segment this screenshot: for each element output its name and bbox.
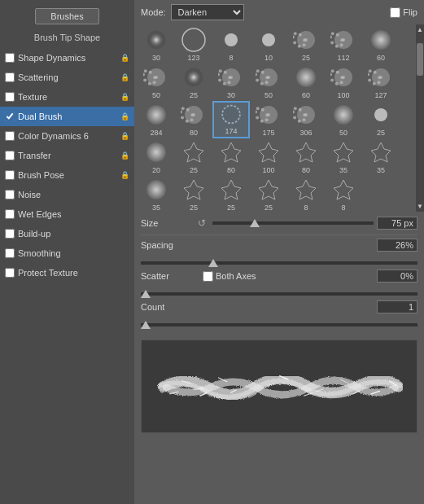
brush-size-8: 25	[190, 91, 198, 99]
scatter-value[interactable]	[377, 270, 417, 283]
svg-point-47	[256, 72, 257, 76]
size-slider[interactable]	[212, 221, 374, 225]
svg-point-96	[294, 107, 297, 110]
flip-checkbox[interactable]	[390, 7, 400, 18]
checkbox-noise[interactable]	[5, 190, 15, 199]
svg-point-69	[378, 76, 381, 79]
lock-icon-brush-pose[interactable]: 🔒	[120, 170, 129, 180]
brushes-button[interactable]: Brushes	[35, 8, 98, 24]
brush-cell-4[interactable]: 25	[287, 26, 325, 64]
brush-cell-5[interactable]: 112	[325, 26, 362, 64]
svg-point-74	[186, 120, 189, 123]
brush-cell-28[interactable]: 35	[138, 176, 175, 212]
lock-icon-scattering[interactable]: 🔒	[120, 72, 129, 82]
brush-cell-9[interactable]: 30	[212, 64, 250, 101]
svg-point-20	[336, 33, 339, 37]
scatter-slider[interactable]	[141, 292, 417, 296]
brush-cell-7[interactable]: 50	[138, 64, 175, 101]
brush-cell-30[interactable]: 25	[212, 176, 250, 212]
checkbox-texture[interactable]	[5, 92, 15, 102]
brush-cell-13[interactable]: 127	[362, 64, 400, 101]
brush-cell-14[interactable]: 284	[138, 101, 175, 138]
brush-cell-22[interactable]: 25	[175, 138, 212, 176]
checkbox-wet-edges[interactable]	[5, 209, 15, 219]
brush-cell-20[interactable]: 25	[362, 101, 400, 138]
scroll-up-icon[interactable]: ▲	[415, 24, 424, 35]
brush-cell-17[interactable]: 175	[250, 101, 287, 138]
brush-cell-10[interactable]: 50	[250, 64, 287, 101]
checkbox-color-dynamics[interactable]	[5, 131, 15, 141]
label-scattering: Scattering	[18, 72, 120, 82]
brush-cell-16[interactable]: 174	[212, 101, 250, 138]
checkbox-transfer[interactable]	[5, 151, 15, 160]
brush-cell-0[interactable]: 30	[138, 26, 175, 64]
checkbox-protect-texture[interactable]	[5, 268, 15, 278]
label-wet-edges: Wet Edges	[18, 209, 129, 219]
brush-cell-19[interactable]: 50	[325, 101, 362, 138]
checkbox-build-up[interactable]	[5, 229, 15, 239]
brush-tip-shape-label: Brush Tip Shape	[0, 31, 134, 44]
sidebar-item-brush-pose[interactable]: Brush Pose🔒	[0, 165, 134, 185]
spacing-label: Spacing	[141, 240, 198, 250]
brush-cell-34[interactable]	[362, 176, 400, 212]
svg-point-16	[335, 45, 339, 48]
brush-cell-1[interactable]: 123	[175, 26, 212, 64]
checkbox-scattering[interactable]	[5, 72, 15, 82]
brush-cell-31[interactable]: 25	[250, 176, 287, 212]
brush-cell-21[interactable]: 20	[138, 138, 175, 176]
brush-size-11: 60	[302, 91, 310, 99]
brush-cell-26[interactable]: 35	[325, 138, 362, 176]
reset-size-icon[interactable]: ↺	[198, 217, 206, 229]
brush-cell-29[interactable]: 25	[175, 176, 212, 212]
brush-cell-11[interactable]: 60	[287, 64, 325, 101]
brush-size-9: 30	[227, 91, 235, 99]
scroll-thumb[interactable]	[417, 43, 423, 76]
sidebar-item-scattering[interactable]: Scattering🔒	[0, 68, 134, 87]
checkbox-brush-pose[interactable]	[5, 170, 15, 180]
brush-cell-25[interactable]: 80	[287, 138, 325, 176]
brush-cell-3[interactable]: 10	[250, 26, 287, 64]
brush-cell-12[interactable]: 100	[325, 64, 362, 101]
sidebar-item-build-up[interactable]: Build-up	[0, 224, 134, 243]
brush-cell-27[interactable]: 35	[362, 138, 400, 176]
brush-cell-6[interactable]: 60	[362, 26, 400, 64]
lock-icon-color-dynamics[interactable]: 🔒	[120, 131, 129, 141]
sidebar-item-protect-texture[interactable]: Protect Texture	[0, 263, 134, 283]
brush-cell-8[interactable]: 25	[175, 64, 212, 101]
label-protect-texture: Protect Texture	[18, 268, 129, 278]
sidebar-item-dual-brush[interactable]: Dual Brush🔒	[0, 107, 134, 126]
lock-icon-texture[interactable]: 🔒	[120, 92, 129, 102]
sidebar-item-texture[interactable]: Texture🔒	[0, 87, 134, 107]
brush-cell-23[interactable]: 80	[212, 138, 250, 176]
brush-cell-18[interactable]: 306	[287, 101, 325, 138]
mode-select[interactable]: NormalDissolveDarkenMultiplyColor BurnLi…	[171, 4, 244, 20]
sidebar-item-wet-edges[interactable]: Wet Edges	[0, 204, 134, 224]
both-axes-label: Both Axes	[216, 271, 256, 281]
sidebar-item-shape-dynamics[interactable]: Shape Dynamics🔒	[0, 48, 134, 68]
brush-cell-33[interactable]: 8	[325, 176, 362, 212]
brush-cell-32[interactable]: 8	[287, 176, 325, 212]
count-value[interactable]	[377, 300, 417, 313]
lock-icon-transfer[interactable]: 🔒	[120, 151, 129, 160]
sidebar-item-transfer[interactable]: Transfer🔒	[0, 146, 134, 165]
svg-point-28	[143, 72, 145, 76]
spacing-row: Spacing	[141, 239, 417, 252]
size-value[interactable]	[377, 217, 417, 230]
spacing-slider[interactable]	[141, 261, 417, 265]
lock-icon-dual-brush[interactable]: 🔒	[120, 112, 129, 121]
both-axes-checkbox[interactable]	[203, 271, 213, 282]
checkbox-dual-brush[interactable]	[5, 112, 15, 121]
sidebar-item-smoothing[interactable]: Smoothing	[0, 243, 134, 263]
checkbox-smoothing[interactable]	[5, 248, 15, 258]
lock-icon-shape-dynamics[interactable]: 🔒	[120, 53, 129, 63]
svg-point-97	[299, 108, 302, 112]
scroll-down-icon[interactable]: ▼	[415, 201, 424, 212]
sidebar-item-noise[interactable]: Noise	[0, 185, 134, 204]
count-slider[interactable]	[141, 323, 417, 327]
brush-cell-24[interactable]: 100	[250, 138, 287, 176]
spacing-value[interactable]	[377, 239, 417, 252]
brush-cell-2[interactable]: 8	[212, 26, 250, 64]
checkbox-shape-dynamics[interactable]	[5, 53, 15, 63]
brush-cell-15[interactable]: 80	[175, 101, 212, 138]
sidebar-item-color-dynamics[interactable]: Color Dynamics 6🔒	[0, 126, 134, 146]
